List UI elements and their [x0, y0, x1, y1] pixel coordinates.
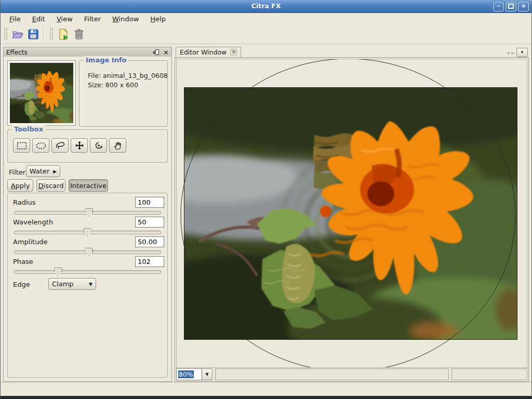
radius-input[interactable] [135, 197, 164, 208]
image-info-title: Image Info [84, 56, 128, 64]
editor-tabbar: Editor Window × ◂ ▸ ▾ [175, 47, 529, 57]
toolbar-grip[interactable] [4, 28, 8, 41]
amplitude-slider-thumb[interactable] [85, 248, 93, 256]
wavelength-label: Wavelength [13, 218, 53, 226]
phase-label: Phase [13, 258, 33, 265]
ellipse-select-icon [36, 142, 46, 150]
edge-combo[interactable]: Clamp ▼ [48, 278, 96, 290]
save-image-button[interactable] [25, 26, 41, 42]
menu-file[interactable]: File [4, 14, 26, 24]
effects-panel: Effects × Image Info File: animal_13_bg_… [3, 47, 172, 382]
tab-label: Editor Window [180, 48, 227, 56]
phase-slider-thumb[interactable] [54, 268, 62, 276]
edge-label: Edge [13, 281, 30, 288]
phase-slider[interactable] [14, 268, 161, 276]
edited-image[interactable] [184, 87, 517, 340]
photo [184, 88, 517, 339]
page-arrow-icon [57, 28, 70, 41]
effects-panel-title: Effects [6, 49, 28, 56]
maximize-button[interactable] [506, 2, 516, 11]
dock-detach-icon[interactable] [151, 49, 159, 55]
editor-page: 80% ▼ [175, 57, 529, 382]
radius-slider-thumb[interactable] [85, 208, 93, 217]
menu-view[interactable]: View [51, 14, 78, 24]
toolbar-grip-2[interactable] [49, 28, 54, 41]
radius-label: Radius [13, 198, 36, 206]
menu-bar: File Edit View Filter Window Help [1, 13, 531, 24]
combo-arrow-icon: ▼ [89, 282, 92, 287]
export-image-button[interactable] [56, 26, 71, 42]
toolbox-group: Toolbox [7, 129, 168, 163]
rect-select-tool[interactable] [13, 138, 30, 153]
tab-close-icon[interactable]: × [230, 49, 237, 56]
ellipse-select-tool[interactable] [32, 138, 49, 153]
editor-canvas[interactable] [176, 59, 527, 368]
amplitude-input[interactable] [135, 236, 164, 247]
thumbnail-photo [10, 63, 73, 123]
editor-area: Editor Window × ◂ ▸ ▾ 80% ▼ [175, 47, 529, 382]
toolbar [1, 24, 531, 44]
amplitude-label: Amplitude [13, 238, 48, 246]
zoom-input[interactable]: 80% [176, 368, 202, 380]
maximize-icon [508, 4, 514, 9]
status-message-cell [215, 368, 449, 380]
panel-close-icon[interactable]: × [163, 49, 169, 56]
apply-button[interactable]: Apply [7, 179, 33, 192]
edge-value: Clamp [52, 280, 89, 288]
move-tool[interactable] [71, 138, 88, 153]
filter-params-group: Radius Wavelength Amplitude Phase [7, 193, 168, 378]
tab-editor-window[interactable]: Editor Window × [176, 47, 241, 57]
rotate-tool[interactable] [90, 138, 107, 153]
save-floppy-icon [27, 28, 39, 41]
titlebar[interactable]: Citra FX – × [0, 0, 532, 13]
open-folder-icon [11, 28, 24, 41]
close-icon: × [521, 3, 526, 9]
zoom-combo[interactable]: 80% ▼ [176, 368, 212, 380]
amplitude-slider[interactable] [14, 248, 161, 256]
delete-image-button[interactable] [71, 26, 87, 42]
radius-slider[interactable] [14, 208, 161, 217]
menu-filter[interactable]: Filter [78, 14, 107, 24]
phase-input[interactable] [135, 256, 164, 267]
open-image-button[interactable] [10, 26, 25, 42]
image-size-label: Size: 800 x 600 [88, 81, 167, 90]
lasso-icon [55, 141, 65, 150]
image-file-label: File: animal_13_bg_06080 [88, 71, 167, 81]
menu-edit[interactable]: Edit [26, 14, 51, 24]
rotate-icon [94, 141, 103, 150]
zoom-value: 80% [178, 370, 194, 378]
window-title: Citra FX [0, 2, 532, 10]
tab-scroll-right-icon[interactable]: ▸ [511, 49, 514, 56]
discard-button[interactable]: Discard [36, 179, 65, 192]
phase-slider-track[interactable] [14, 270, 161, 274]
zoom-dropdown-button[interactable]: ▼ [202, 368, 212, 380]
image-thumbnail[interactable] [7, 60, 76, 126]
menu-window[interactable]: Window [107, 14, 144, 24]
rect-select-icon [17, 142, 27, 150]
wavelength-slider-thumb[interactable] [84, 228, 92, 236]
interactive-toggle-button[interactable]: Interactive [69, 179, 108, 192]
toolbox-title: Toolbox [12, 125, 45, 133]
minimize-button[interactable]: – [493, 2, 504, 11]
hand-icon [113, 141, 122, 150]
minimize-icon: – [497, 3, 500, 9]
submenu-arrow-icon: ▶ [53, 169, 57, 174]
menu-help[interactable]: Help [144, 14, 171, 24]
trash-icon [73, 28, 85, 41]
status-info-cell [451, 368, 527, 380]
toolbar-separator [43, 28, 44, 41]
filter-select-button[interactable]: Water ▶ [26, 165, 60, 177]
close-button[interactable]: × [518, 2, 529, 11]
image-info-group: Image Info File: animal_13_bg_06080 Size… [79, 60, 168, 127]
pan-tool[interactable] [109, 138, 126, 153]
wavelength-input[interactable] [135, 217, 164, 228]
move-icon [75, 141, 84, 150]
effects-panel-body: Image Info File: animal_13_bg_06080 Size… [3, 57, 172, 382]
tab-list-dropdown[interactable]: ▾ [516, 48, 528, 57]
tab-scroll-left-icon[interactable]: ◂ [507, 49, 510, 56]
filter-value: Water [30, 167, 49, 175]
filter-label: Filter [9, 168, 25, 176]
wavelength-slider[interactable] [14, 228, 161, 236]
lasso-select-tool[interactable] [51, 138, 69, 153]
app-statusbar [1, 382, 531, 396]
